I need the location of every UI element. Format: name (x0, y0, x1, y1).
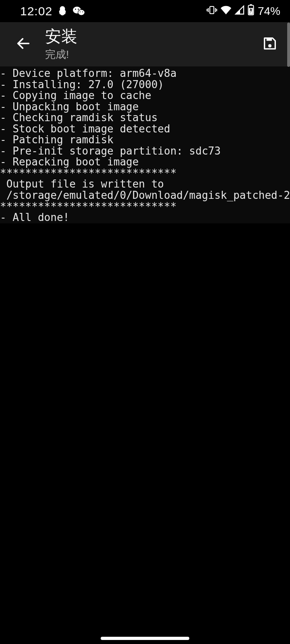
arrow-back-icon (15, 35, 31, 53)
save-log-button[interactable] (258, 32, 282, 56)
svg-point-2 (75, 8, 76, 10)
svg-rect-16 (267, 38, 272, 41)
install-log-output[interactable]: - Device platform: arm64-v8a- Installing… (0, 66, 290, 223)
scrollbar-indicator (287, 23, 290, 67)
app-bar: 安装 完成! (0, 22, 290, 66)
wifi-icon (220, 5, 232, 18)
log-line: **************************** (0, 201, 290, 213)
back-button[interactable] (11, 32, 35, 56)
status-right: 74% (206, 4, 280, 18)
battery-percent: 74% (258, 5, 280, 18)
clock: 12:02 (20, 4, 52, 18)
page-title: 安装 (45, 27, 258, 45)
battery-charging-icon (247, 4, 255, 18)
status-bar: 12:02 (0, 0, 290, 22)
save-icon (262, 35, 278, 53)
svg-rect-12 (250, 4, 252, 6)
log-line: - Unpacking boot image (0, 101, 290, 113)
svg-point-3 (78, 8, 79, 10)
log-line: - Pre-init storage partition: sdc73 (0, 146, 290, 157)
vibrate-icon (206, 5, 218, 18)
log-line: Output file is written to (0, 179, 290, 190)
status-left: 12:02 (20, 4, 85, 18)
log-line: - Patching ramdisk (0, 134, 290, 146)
app-bar-titles: 安装 完成! (45, 27, 258, 62)
log-line: /storage/emulated/0/Download/magisk_patc… (0, 190, 290, 201)
log-line: - Repacking boot image (0, 157, 290, 168)
svg-point-1 (78, 9, 85, 15)
cellular-signal-icon (234, 5, 245, 18)
wechat-notification-icon (72, 6, 85, 17)
qq-notification-icon (57, 5, 68, 17)
svg-rect-6 (210, 6, 214, 14)
log-line: **************************** (0, 168, 290, 179)
svg-point-5 (82, 11, 83, 12)
log-line: - All done! (0, 212, 290, 223)
svg-point-4 (80, 11, 81, 12)
gesture-nav-handle[interactable] (101, 637, 189, 640)
page-subtitle: 完成! (45, 47, 258, 62)
log-line: - Checking ramdisk status (0, 112, 290, 124)
svg-point-15 (268, 44, 271, 47)
log-line: - Installing: 27.0 (27000) (0, 79, 290, 91)
log-line: - Device platform: arm64-v8a (0, 68, 290, 79)
log-line: - Stock boot image detected (0, 124, 290, 135)
log-line: - Copying image to cache (0, 90, 290, 101)
